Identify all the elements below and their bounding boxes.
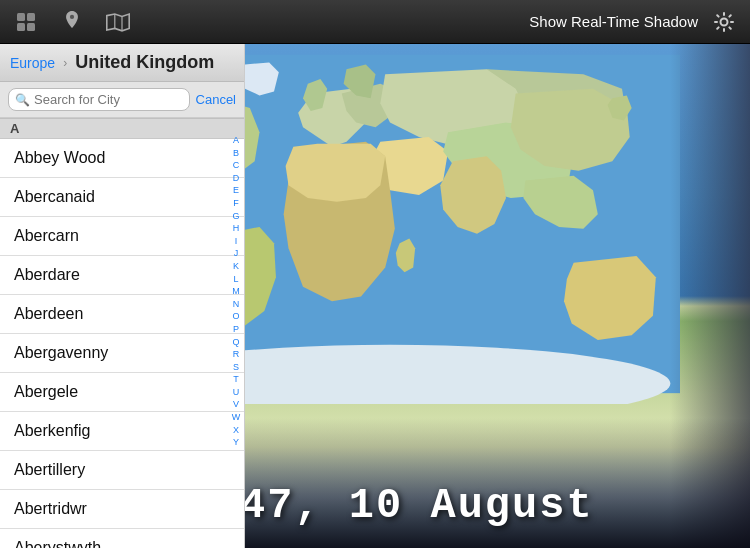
index-letter-W[interactable]: W xyxy=(232,411,241,424)
list-item[interactable]: Aberkenfig xyxy=(0,412,244,451)
list-item[interactable]: Abergavenny xyxy=(0,334,244,373)
list-item[interactable]: Aberdeen xyxy=(0,295,244,334)
svg-point-7 xyxy=(721,18,728,25)
index-letter-R[interactable]: R xyxy=(233,348,240,361)
europe-breadcrumb-button[interactable]: Europe xyxy=(10,55,55,71)
search-icon: 🔍 xyxy=(15,93,30,107)
svg-rect-0 xyxy=(17,13,25,21)
list-item[interactable]: Aberdare xyxy=(0,256,244,295)
list-item[interactable]: Abergele xyxy=(0,373,244,412)
index-letter-A[interactable]: A xyxy=(233,134,239,147)
index-letter-D[interactable]: D xyxy=(233,172,240,185)
index-letter-B[interactable]: B xyxy=(233,147,239,160)
index-letter-K[interactable]: K xyxy=(233,260,239,273)
sidebar-header: Europe › United Kingdom xyxy=(0,44,244,82)
list-item[interactable]: Abercanaid xyxy=(0,178,244,217)
index-letter-N[interactable]: N xyxy=(233,298,240,311)
index-letter-E[interactable]: E xyxy=(233,184,239,197)
index-letter-H[interactable]: H xyxy=(233,222,240,235)
search-input-wrap: 🔍 xyxy=(8,88,190,111)
index-letter-X[interactable]: X xyxy=(233,424,239,437)
index-letter-Q[interactable]: Q xyxy=(232,336,239,349)
svg-rect-1 xyxy=(27,13,35,21)
list-item[interactable]: Abbey Wood xyxy=(0,139,244,178)
sidebar-panel: Europe › United Kingdom 🔍 Cancel ABCDEFG… xyxy=(0,44,245,548)
index-letter-O[interactable]: O xyxy=(232,310,239,323)
index-letter-L[interactable]: L xyxy=(233,273,238,286)
toolbar: Show Real-Time Shadow xyxy=(0,0,750,44)
toolbar-left xyxy=(12,8,132,36)
cancel-button[interactable]: Cancel xyxy=(196,92,236,107)
pin-icon[interactable] xyxy=(58,8,86,36)
chevron-right-icon: › xyxy=(63,56,67,70)
index-bar: ABCDEFGHIJKLMNOPQRSTUVWXY xyxy=(228,132,244,548)
index-letter-G[interactable]: G xyxy=(232,210,239,223)
search-input[interactable] xyxy=(34,92,183,107)
svg-point-4 xyxy=(70,14,74,18)
date-overlay: 47, 10 August xyxy=(240,482,594,530)
index-letter-Y[interactable]: Y xyxy=(233,436,239,449)
show-shadow-label: Show Real-Time Shadow xyxy=(529,13,698,30)
index-letter-P[interactable]: P xyxy=(233,323,239,336)
index-letter-T[interactable]: T xyxy=(233,373,239,386)
section-header-A: A xyxy=(0,118,244,139)
index-letter-U[interactable]: U xyxy=(233,386,240,399)
list-item[interactable]: Abertridwr xyxy=(0,490,244,529)
index-letter-S[interactable]: S xyxy=(233,361,239,374)
map-fold-icon[interactable] xyxy=(104,8,132,36)
grid-icon[interactable] xyxy=(12,8,40,36)
index-letter-C[interactable]: C xyxy=(233,159,240,172)
gear-button[interactable] xyxy=(710,8,738,36)
toolbar-right: Show Real-Time Shadow xyxy=(529,8,738,36)
svg-rect-2 xyxy=(17,23,25,31)
list-item[interactable]: Abercarn xyxy=(0,217,244,256)
index-letter-J[interactable]: J xyxy=(234,247,239,260)
index-letter-M[interactable]: M xyxy=(232,285,240,298)
city-list[interactable]: AAbbey WoodAbercanaidAbercarnAberdareAbe… xyxy=(0,118,244,548)
list-item[interactable]: Abertillery xyxy=(0,451,244,490)
svg-rect-3 xyxy=(27,23,35,31)
country-title: United Kingdom xyxy=(75,52,214,73)
index-letter-V[interactable]: V xyxy=(233,398,239,411)
search-bar: 🔍 Cancel xyxy=(0,82,244,118)
list-item[interactable]: Aberystwyth xyxy=(0,529,244,548)
index-letter-F[interactable]: F xyxy=(233,197,239,210)
index-letter-I[interactable]: I xyxy=(235,235,238,248)
